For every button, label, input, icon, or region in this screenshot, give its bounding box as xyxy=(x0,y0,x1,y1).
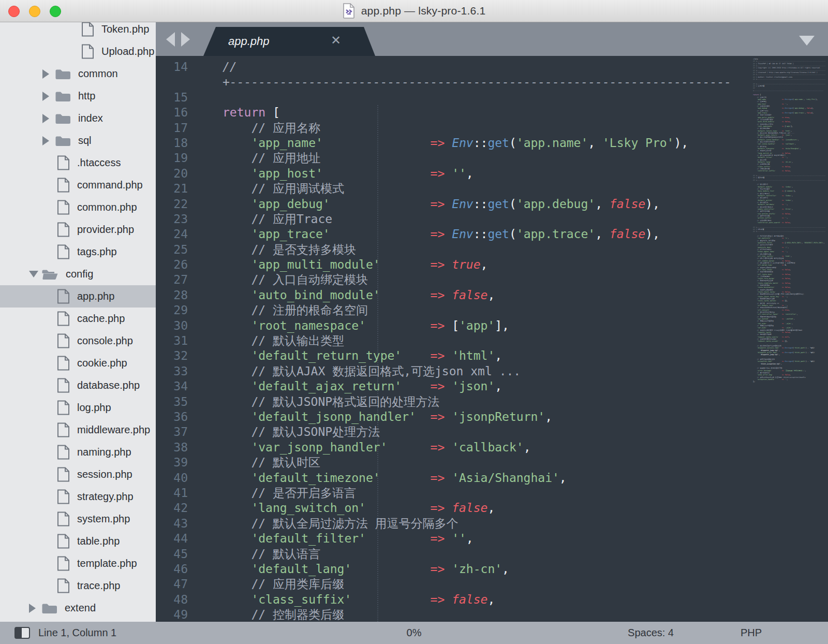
app-window: app.php — lsky-pro-1.6.1 Token.phpUpload… xyxy=(0,0,828,644)
code-line[interactable]: +---------------------------------------… xyxy=(156,75,828,90)
code-line[interactable]: 31 // 默认输出类型 xyxy=(156,333,828,348)
line-number: 30 xyxy=(156,318,223,333)
tree-item-strategy-php[interactable]: strategy.php xyxy=(0,486,156,508)
code-editor[interactable]: 14//+-----------------------------------… xyxy=(156,56,828,622)
line-number: 49 xyxy=(156,607,223,622)
code-line[interactable]: 21 // 应用调试模式 xyxy=(156,181,828,196)
tree-item-config[interactable]: config xyxy=(0,263,156,285)
code-line[interactable]: 27 // 入口自动绑定模块 xyxy=(156,272,828,287)
tree-item-tags-php[interactable]: tags.php xyxy=(0,241,156,263)
code-line[interactable]: 18 'app_name' => Env::get('app.name', 'L… xyxy=(156,136,828,151)
tree-item-database-php[interactable]: database.php xyxy=(0,374,156,397)
minimap[interactable]: <?php// +-------------------------------… xyxy=(753,58,825,383)
folder-icon xyxy=(55,67,71,80)
tree-item-cache-php[interactable]: cache.php xyxy=(0,308,156,330)
collapse-arrow-icon[interactable] xyxy=(29,271,41,277)
code-line[interactable]: 22 'app_debug' => Env::get('app.debug', … xyxy=(156,197,828,212)
code-line[interactable]: 20 'app_host' => '', xyxy=(156,166,828,181)
tree-item--htaccess[interactable]: .htaccess xyxy=(0,152,156,174)
code-line[interactable]: 44 'default_filter' => '', xyxy=(156,531,828,546)
code-line[interactable]: 37 // 默认JSONP处理方法 xyxy=(156,425,828,440)
tree-item-common[interactable]: common xyxy=(0,63,156,85)
code-line[interactable]: 17 // 应用名称 xyxy=(156,121,828,136)
file-icon xyxy=(57,445,70,460)
line-number: 37 xyxy=(156,425,223,440)
tree-item-extend[interactable]: extend xyxy=(0,597,156,619)
code-line[interactable]: 45 // 默认语言 xyxy=(156,547,828,562)
code-line[interactable]: 30 'root_namespace' => ['app'], xyxy=(156,318,828,333)
code-line[interactable]: 28 'auto_bind_module' => false, xyxy=(156,288,828,303)
code-line[interactable]: 39 // 默认时区 xyxy=(156,455,828,470)
tab-app-php[interactable]: app.php ✕ xyxy=(203,27,375,56)
sidebar-toggle-icon[interactable] xyxy=(14,627,30,639)
tab-overflow-icon[interactable] xyxy=(799,36,815,46)
code-line[interactable]: 40 'default_timezone' => 'Asia/Shanghai'… xyxy=(156,471,828,486)
expand-arrow-icon[interactable] xyxy=(42,136,55,145)
tree-item-cookie-php[interactable]: cookie.php xyxy=(0,352,156,374)
code-line[interactable]: 24 'app_trace' => Env::get('app.trace', … xyxy=(156,227,828,242)
file-icon xyxy=(57,534,70,549)
tree-item-trace-php[interactable]: trace.php xyxy=(0,575,156,597)
code-line[interactable]: 25 // 是否支持多模块 xyxy=(156,242,828,257)
code-line[interactable]: 34 'default_ajax_return' => 'json', xyxy=(156,379,828,394)
code-line[interactable]: 43 // 默认全局过滤方法 用逗号分隔多个 xyxy=(156,516,828,531)
tree-item-console-php[interactable]: console.php xyxy=(0,330,156,352)
code-line[interactable]: 42 'lang_switch_on' => false, xyxy=(156,501,828,516)
expand-arrow-icon[interactable] xyxy=(42,114,55,123)
expand-arrow-icon[interactable] xyxy=(42,69,55,79)
tree-item-common-php[interactable]: common.php xyxy=(0,196,156,218)
code-line[interactable]: 26 'app_multi_module' => true, xyxy=(156,257,828,272)
tree-item-command-php[interactable]: command.php xyxy=(0,174,156,196)
code-line[interactable]: 15 xyxy=(156,90,828,105)
file-icon xyxy=(57,467,70,482)
tab-scroll-left-icon[interactable] xyxy=(166,32,175,47)
tree-item-label: Token.php xyxy=(101,23,149,35)
line-number: 42 xyxy=(156,501,223,516)
syntax-mode[interactable]: PHP xyxy=(741,627,762,639)
tree-item-label: common.php xyxy=(77,201,137,213)
tree-item-Token-php[interactable]: Token.php xyxy=(0,22,156,40)
code-line[interactable]: 46 'default_lang' => 'zh-cn', xyxy=(156,562,828,577)
code-line[interactable]: 36 'default_jsonp_handler' => 'jsonpRetu… xyxy=(156,409,828,425)
indent-setting[interactable]: Spaces: 4 xyxy=(628,627,674,639)
expand-arrow-icon[interactable] xyxy=(42,92,55,101)
tree-item-provider-php[interactable]: provider.php xyxy=(0,218,156,241)
code-line[interactable]: 32 'default_return_type' => 'html', xyxy=(156,348,828,363)
tree-item-middleware-php[interactable]: middleware.php xyxy=(0,419,156,441)
code-line[interactable]: 14// xyxy=(156,60,828,75)
close-window-button[interactable] xyxy=(8,6,20,17)
tree-item-template-php[interactable]: template.php xyxy=(0,552,156,575)
tab-bar: app.php ✕ xyxy=(156,22,828,56)
tab-close-icon[interactable]: ✕ xyxy=(331,34,341,47)
line-number: 18 xyxy=(156,136,223,151)
code-line[interactable]: 33 // 默认AJAX 数据返回格式,可选json xml ... xyxy=(156,364,828,379)
tree-item-label: system.php xyxy=(77,513,130,525)
code-line[interactable]: 19 // 应用地址 xyxy=(156,151,828,166)
tree-item-naming-php[interactable]: naming.php xyxy=(0,441,156,463)
code-line[interactable]: 35 // 默认JSONP格式返回的处理方法 xyxy=(156,394,828,409)
tree-item-log-php[interactable]: log.php xyxy=(0,397,156,419)
code-text: 'root_namespace' => ['app'], xyxy=(223,318,828,333)
tab-scroll-right-icon[interactable] xyxy=(181,32,190,47)
tree-item-app-php[interactable]: app.php xyxy=(0,285,156,308)
zoom-window-button[interactable] xyxy=(50,6,61,17)
code-line[interactable]: 47 // 应用类库后缀 xyxy=(156,577,828,592)
tree-item-http[interactable]: http xyxy=(0,85,156,107)
code-line[interactable]: 41 // 是否开启多语言 xyxy=(156,486,828,501)
tree-item-table-php[interactable]: table.php xyxy=(0,530,156,552)
code-line[interactable]: 16return [ xyxy=(156,105,828,120)
tree-item-system-php[interactable]: system.php xyxy=(0,508,156,530)
tree-item-index[interactable]: index xyxy=(0,107,156,129)
code-line[interactable]: 29 // 注册的根命名空间 xyxy=(156,303,828,318)
code-line[interactable]: 48 'class_suffix' => false, xyxy=(156,592,828,607)
minimize-window-button[interactable] xyxy=(29,6,40,17)
code-line[interactable]: 38 'var_jsonp_handler' => 'callback', xyxy=(156,440,828,455)
tree-item-session-php[interactable]: session.php xyxy=(0,463,156,486)
file-icon xyxy=(81,22,94,37)
code-line[interactable]: 23 // 应用Trace xyxy=(156,212,828,227)
code-line[interactable]: 49 // 控制器类后缀 xyxy=(156,607,828,622)
expand-arrow-icon[interactable] xyxy=(29,604,41,613)
code-text: // 是否支持多模块 xyxy=(223,242,828,257)
tree-item-Upload-php[interactable]: Upload.php xyxy=(0,40,156,63)
tree-item-sql[interactable]: sql xyxy=(0,129,156,152)
